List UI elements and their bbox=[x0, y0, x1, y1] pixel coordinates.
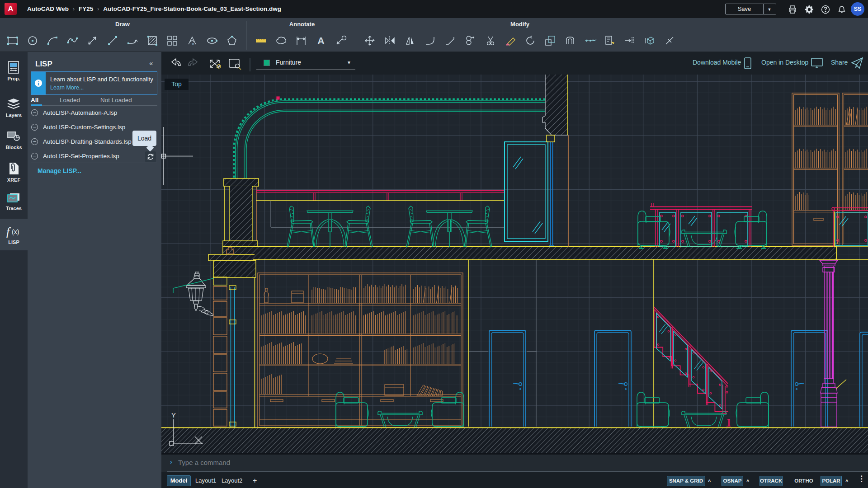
svg-text:f: f bbox=[6, 225, 11, 238]
svg-text:(x): (x) bbox=[12, 228, 19, 235]
svg-text:i: i bbox=[38, 80, 39, 87]
svg-text:n: n bbox=[192, 42, 194, 46]
svg-text:Y: Y bbox=[171, 411, 176, 419]
svg-text:A: A bbox=[317, 35, 325, 47]
